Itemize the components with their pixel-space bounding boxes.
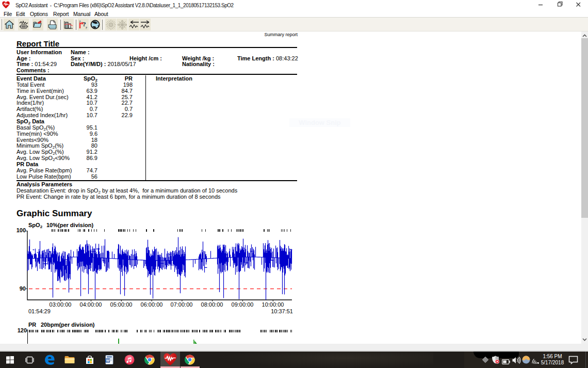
svg-text:W: W — [106, 358, 110, 363]
svg-text:?: ? — [86, 26, 88, 29]
svg-text:?: ? — [79, 20, 81, 24]
